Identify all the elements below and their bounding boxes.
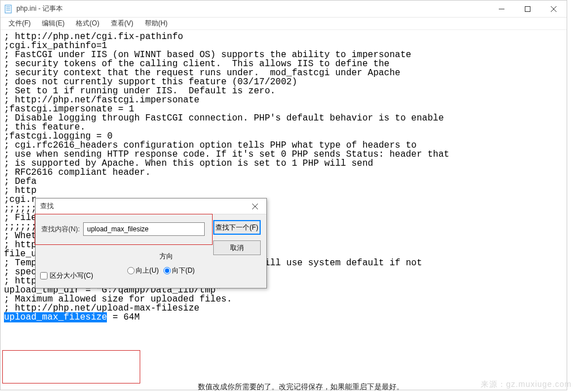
editor-line: upload_max_filesize = 64M	[4, 313, 563, 322]
truncated-footer-text: 数值改成你所需要的了。改完记得保存，如果能重启下是最好。	[198, 382, 404, 392]
editor-line: ; Set to 1 if running under IIS. Default…	[4, 87, 563, 96]
match-case-label: 区分大小写(C)	[50, 271, 93, 281]
selection-highlight: upload_max_filesize	[4, 312, 107, 322]
minimize-button[interactable]	[489, 1, 515, 17]
editor-line: ; Disable logging through FastCGI connec…	[4, 114, 563, 123]
editor-line: ; Defa	[4, 177, 563, 186]
menu-help[interactable]: 帮助(H)	[143, 18, 170, 29]
maximize-button[interactable]	[515, 1, 541, 17]
editor-line: ; is supported by Apache. When this opti…	[4, 159, 563, 168]
editor-line: ; http://php.net/upload-max-filesize	[4, 304, 563, 313]
match-case-checkbox[interactable]	[40, 272, 48, 279]
editor-line: ; security tokens of the calling client.…	[4, 59, 563, 68]
find-dialog-body: 查找内容(N): 查找下一个(F) 取消 方向 向上(U) 向下(D) 区分大小	[36, 214, 266, 288]
menu-format[interactable]: 格式(O)	[74, 18, 101, 29]
svg-rect-0	[5, 5, 11, 13]
watermark: 来源：gz.muxiuge.com	[481, 380, 572, 390]
menu-file[interactable]: 文件(F)	[6, 18, 33, 29]
find-dialog-titlebar[interactable]: 查找	[36, 199, 266, 214]
radio-down-input[interactable]	[163, 267, 171, 274]
radio-up[interactable]: 向上(U)	[127, 266, 159, 275]
minimize-icon	[499, 6, 504, 12]
radio-down[interactable]: 向下(D)	[163, 266, 195, 275]
find-next-button[interactable]: 查找下一个(F)	[213, 220, 261, 235]
editor-line: ; cgi.rfc2616_headers configuration opti…	[4, 141, 563, 150]
find-content-label: 查找内容(N):	[41, 225, 80, 234]
editor-line: ;cgi.fix_pathinfo=1	[4, 41, 563, 50]
find-close-button[interactable]	[248, 202, 262, 211]
notepad-icon	[4, 5, 13, 14]
direction-label: 方向	[137, 252, 195, 261]
direction-group: 方向 向上(U) 向下(D)	[127, 252, 195, 275]
menu-view[interactable]: 查看(V)	[109, 18, 136, 29]
editor-line: ; FastCGI under IIS (on WINNT based OS) …	[4, 50, 563, 59]
svg-rect-5	[525, 6, 530, 11]
close-icon	[551, 6, 556, 12]
menu-edit[interactable]: 编辑(E)	[40, 18, 67, 29]
window-title: php.ini - 记事本	[16, 4, 63, 14]
maximize-icon	[525, 6, 530, 12]
find-input[interactable]	[83, 222, 205, 236]
editor-line: ; does not currently support this featur…	[4, 77, 563, 87]
editor-line: ; RFC2616 compliant header.	[4, 168, 563, 177]
menubar: 文件(F) 编辑(E) 格式(O) 查看(V) 帮助(H)	[1, 18, 567, 30]
editor-line: ; security context that the request runs…	[4, 68, 563, 77]
close-icon	[252, 204, 258, 209]
editor-line: ; http://php.net/fastcgi.impersonate	[4, 96, 563, 105]
titlebar[interactable]: php.ini - 记事本	[1, 1, 567, 18]
notepad-window: php.ini - 记事本 文件(F) 编辑(E) 格式(O) 查看(V) 帮助…	[0, 0, 567, 390]
editor-line: ; this feature.	[4, 123, 563, 132]
editor-line: ;fastcgi.impersonate = 1	[4, 105, 563, 114]
find-dialog-title: 查找	[40, 201, 54, 211]
editor-line: ;fastcgi.logging = 0	[4, 132, 563, 141]
window-controls	[489, 1, 567, 17]
find-dialog: 查找 查找内容(N): 查找下一个(F) 取消 方向 向上(U) 向下(D)	[35, 198, 267, 288]
editor-line: ; http://php.net/cgi.fix-pathinfo	[4, 32, 563, 41]
cancel-button[interactable]: 取消	[213, 240, 261, 255]
radio-up-input[interactable]	[127, 267, 135, 274]
close-button[interactable]	[541, 1, 567, 17]
editor-line: ; Maximum allowed size for uploaded file…	[4, 295, 563, 304]
radio-up-label: 向上(U)	[136, 266, 159, 275]
editor-line: ; http	[4, 186, 563, 195]
radio-down-label: 向下(D)	[172, 266, 195, 275]
editor-line: ; use when sending HTTP response code. I…	[4, 150, 563, 159]
